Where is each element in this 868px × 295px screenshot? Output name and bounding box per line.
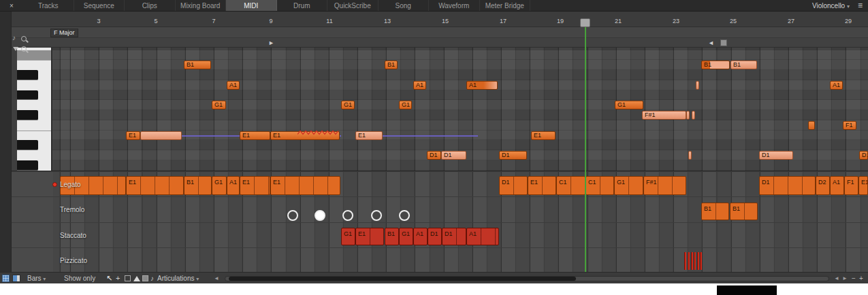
close-icon[interactable]: × [0, 0, 23, 11]
articulation-note[interactable]: G1 [399, 228, 413, 245]
midi-note[interactable]: B1 [385, 60, 398, 69]
articulation-note[interactable]: A1 [830, 176, 844, 195]
play-marker-icon[interactable]: ► [268, 39, 274, 47]
articulation-note[interactable]: B1 [701, 203, 729, 220]
menu-icon[interactable]: ≡ [858, 0, 863, 11]
piano-key-black-csharp1[interactable] [17, 160, 38, 171]
playhead-handle[interactable] [580, 18, 590, 27]
midi-note[interactable]: B1 [184, 60, 211, 69]
zoom-in-button[interactable]: + [859, 273, 863, 284]
reshape-tool-icon[interactable] [133, 276, 140, 281]
piano-keyboard[interactable] [17, 48, 52, 171]
articulation-note[interactable]: E1 [126, 176, 184, 195]
pointer-tool-icon[interactable]: ↖ [106, 273, 112, 284]
articulation-note[interactable]: D1 [759, 176, 816, 195]
marquee-tool-icon[interactable] [125, 275, 131, 281]
midi-note[interactable]: F1 [843, 121, 856, 130]
tab-midi[interactable]: MIDI [226, 0, 277, 11]
articulation-lane-area[interactable]: LegatoE1B1G1A1E1E1D1E1C1C1G1F#1D1D2A1F1E… [0, 171, 868, 272]
articulation-note[interactable]: B1 [730, 203, 758, 220]
midi-note[interactable]: B1 [701, 60, 730, 69]
midi-note[interactable] [140, 131, 182, 140]
marker-row[interactable]: ► ◄ [0, 38, 868, 48]
tab-mixing-board[interactable]: Mixing Board [176, 0, 227, 11]
midi-note[interactable] [688, 151, 692, 160]
piano-key-black-asharp1[interactable] [17, 70, 38, 80]
midi-note[interactable]: D1 [499, 151, 527, 160]
midi-note[interactable]: E1 [126, 131, 140, 140]
tab-meter-bridge[interactable]: Meter Bridge [480, 0, 531, 11]
articulation-note[interactable]: E1 [240, 176, 270, 195]
punch-marker-icon[interactable]: ◄ [708, 39, 714, 47]
scroll-left-icon[interactable]: ◄ [214, 273, 219, 284]
articulation-note[interactable]: F#1 [643, 176, 686, 195]
articulation-note[interactable]: D1 [442, 228, 466, 245]
tab-waveform[interactable]: Waveform [429, 0, 480, 11]
articulation-note[interactable]: G1 [341, 228, 355, 245]
tab-quickscribe[interactable]: QuickScribe [327, 0, 379, 11]
pizzicato-stroke[interactable] [694, 252, 696, 270]
scrollbar-thumb[interactable] [229, 277, 576, 281]
midi-note[interactable]: A1 [413, 81, 426, 90]
timeline-ruler[interactable]: 357911131517192123252729 [0, 12, 868, 27]
horizontal-scrollbar[interactable] [225, 276, 829, 281]
midi-note[interactable]: B1 [730, 60, 757, 69]
continuous-data-icon[interactable] [12, 275, 20, 282]
midi-note[interactable]: E1 [240, 131, 270, 140]
eraser-tool-icon[interactable] [142, 275, 148, 281]
lane-staccato[interactable]: StaccatoG1E1B1G1A1D1D1A1 [0, 222, 868, 247]
piano-key-black-fsharp1[interactable] [17, 110, 38, 120]
midi-note[interactable] [696, 81, 699, 90]
midi-note[interactable]: D1 [859, 151, 868, 160]
midi-note[interactable]: D1 [427, 151, 441, 160]
articulation-note[interactable]: D1 [499, 176, 528, 195]
record-indicator[interactable] [52, 182, 57, 187]
articulation-note[interactable]: A1 [227, 176, 240, 195]
articulations-select[interactable]: Articulations ▾ [157, 273, 199, 285]
grid-unit-select[interactable]: Bars ▾ [27, 273, 46, 285]
pizzicato-stroke[interactable] [684, 252, 686, 270]
zoom-vertical-icon[interactable] [21, 46, 27, 52]
midi-note[interactable] [808, 121, 815, 130]
loop-marker-icon[interactable] [720, 39, 727, 46]
articulation-note[interactable]: G1 [614, 176, 643, 195]
midi-note[interactable]: A1 [830, 81, 843, 90]
tremolo-dot[interactable] [371, 210, 382, 221]
tab-song[interactable]: Song [379, 0, 430, 11]
articulation-note[interactable]: A1 [413, 228, 428, 245]
midi-note[interactable]: G1 [212, 101, 226, 109]
tremolo-dot[interactable] [342, 210, 353, 221]
midi-note[interactable]: E1 [355, 131, 383, 140]
pizzicato-stroke[interactable] [700, 252, 702, 270]
insert-tool-icon[interactable]: + [116, 273, 120, 284]
midi-note[interactable]: D1 [759, 151, 793, 160]
midi-note[interactable]: G1 [341, 101, 355, 109]
articulation-note[interactable]: B1 [385, 228, 399, 245]
tremolo-dot[interactable] [399, 210, 410, 221]
lane-legato[interactable]: LegatoE1B1G1A1E1E1D1E1C1C1G1F#1D1D2A1F1E… [0, 171, 868, 196]
tab-tracks[interactable]: Tracks [23, 0, 74, 11]
lane-pizzicato[interactable]: Pizzicato [0, 247, 868, 272]
piano-key-black-dsharp1[interactable] [17, 140, 38, 150]
articulation-note[interactable]: D1 [428, 228, 442, 245]
pizzicato-stroke[interactable] [697, 252, 699, 270]
articulation-note[interactable]: E1 [528, 176, 556, 195]
tab-sequence[interactable]: Sequence [74, 0, 125, 11]
scroll-left-end-icon[interactable]: ◄ [834, 273, 839, 284]
midi-note[interactable]: E1 [531, 131, 556, 140]
articulation-note[interactable]: C1 [585, 176, 614, 195]
zoom-horizontal-icon[interactable] [21, 36, 27, 41]
midi-note[interactable]: G1 [399, 101, 412, 109]
pizzicato-stroke[interactable] [688, 252, 690, 270]
piano-roll-grid[interactable]: B1B1B1B1A1A1A1A1G1G1G1G1F#1F1E1E1E1E1E1D… [0, 48, 868, 171]
articulation-note[interactable]: B1 [184, 176, 212, 195]
zoom-out-button[interactable]: − [852, 273, 856, 284]
articulation-note[interactable]: E1 [355, 228, 384, 245]
articulation-note[interactable]: D2 [816, 176, 830, 195]
midi-note[interactable] [686, 111, 690, 120]
tab-drum[interactable]: Drum [277, 0, 328, 11]
midi-note[interactable]: A1 [227, 81, 240, 90]
articulation-note[interactable]: F1 [844, 176, 858, 195]
midi-note[interactable] [692, 111, 695, 120]
articulation-note[interactable]: G1 [212, 176, 227, 195]
